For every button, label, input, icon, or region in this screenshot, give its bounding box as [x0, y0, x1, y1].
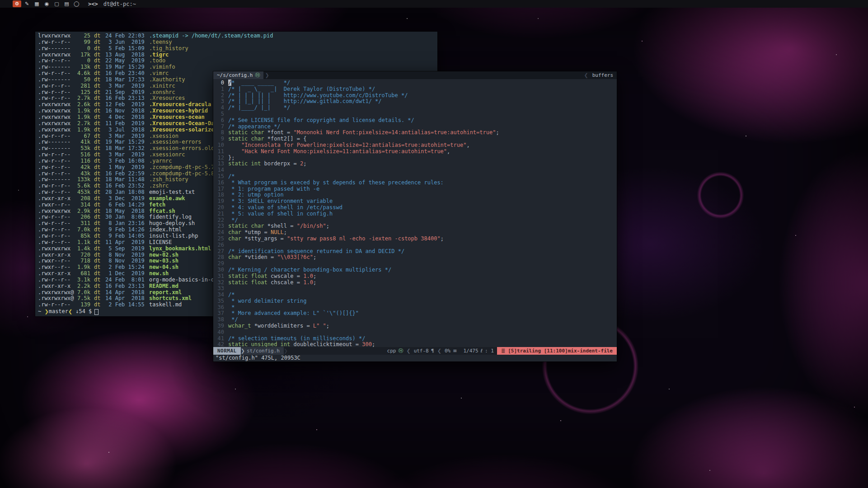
code-line[interactable]: 23 static char *shell = "/bin/sh"; [213, 223, 617, 230]
code-line[interactable]: 28 char *vtiden = "\\033[?6c"; [213, 254, 617, 261]
file-name: .zcompdump-dt-pc-5.7.1 [149, 164, 221, 171]
code-line[interactable]: 42 static unsigned int doubleclicktimeou… [213, 342, 617, 347]
code-line[interactable]: 25 char *stty_args = "stty raw pass8 nl … [213, 236, 617, 242]
code-line[interactable]: 1 /* | _ \_ _| Derek Taylor (DistroTube)… [213, 86, 617, 93]
monitor-icon[interactable]: ▢ [52, 0, 61, 7]
code-line[interactable]: 16 * What program is execed by st depend… [213, 180, 617, 186]
line-number: 11 [213, 149, 228, 155]
file-size: 5.6k [75, 183, 90, 189]
code-line[interactable]: 41 /* selection timeouts (in millisecond… [213, 336, 617, 342]
code-line[interactable]: 14 [213, 167, 617, 174]
line-content: /* ____ _____ */ [228, 80, 290, 86]
file-name: .steampid -> /home/dt/.steam/steam.pid [149, 33, 273, 39]
code-line[interactable]: 21 * 5: value of shell in config.h [213, 211, 617, 217]
file-owner: dt [94, 239, 101, 246]
file-size: 281 [75, 83, 90, 89]
file-date: 3 Mar 2019 [105, 152, 145, 158]
file-size: 718 [75, 258, 90, 264]
code-line[interactable]: 29 [213, 261, 617, 267]
code-line[interactable]: 32 static float chscale = 1.0; [213, 280, 617, 286]
line-number: 29 [213, 261, 228, 267]
code-line[interactable]: 6 /* See LICENSE file for copyright and … [213, 117, 617, 124]
buffers-toggle[interactable]: ❮ buffers [582, 72, 617, 78]
code-line[interactable]: 4 /* |____/ |_| */ [213, 105, 617, 111]
line-content: /* | | | || | http://www.youtube.com/c/D… [228, 93, 408, 99]
file-size: 1.9k [75, 264, 90, 271]
code-line[interactable]: 38 */ [213, 317, 617, 323]
code-line[interactable]: 40 [213, 329, 617, 336]
buffer-tab[interactable]: ~/s/config.h Ⓗ [213, 71, 263, 79]
file-name: new-02.sh [149, 252, 178, 258]
code-line[interactable]: 39 wchar_t *worddelimiters = L" "; [213, 323, 617, 329]
code-line[interactable]: 15 /* [213, 174, 617, 180]
file-size: 25 [75, 33, 90, 39]
file-date: 2 Feb 15:24 [105, 264, 145, 271]
line-number: 9 [213, 136, 228, 142]
code-line[interactable]: 10 "Inconsolata for Powerline:pixelsize=… [213, 142, 617, 149]
code-line[interactable]: 17 * 1: program passed with -e [213, 186, 617, 192]
line-number: 24 [213, 230, 228, 236]
circle-icon[interactable]: ◯ [72, 0, 81, 7]
code-line[interactable]: 3 /* | |_| || | http://www.gitlab.com/dw… [213, 99, 617, 105]
file-name: .Xresources-hybrid [149, 108, 208, 114]
code-line[interactable]: 12 }; [213, 155, 617, 161]
mode-indicator: NORMAL [213, 347, 241, 355]
code-line[interactable]: 9 static char *font2[] = { [213, 136, 617, 142]
file-name: shortcuts.xml [149, 296, 192, 302]
file-size: 681 [75, 271, 90, 277]
line-number: 27 [213, 249, 228, 255]
file-permissions: .rw-r--r-- [38, 227, 75, 233]
code-line[interactable]: 7 /* appearance */ [213, 124, 617, 130]
code-line[interactable]: 18 * 2: utmp option [213, 192, 617, 198]
code-line[interactable]: 24 char *utmp = NULL; [213, 230, 617, 236]
code-line[interactable]: 13 static int borderpx = 2; [213, 161, 617, 167]
code-line[interactable]: 27 /* identification sequence returned i… [213, 249, 617, 255]
code-line[interactable]: 37 * More advanced example: L" `'\"()[]{… [213, 310, 617, 317]
code-line[interactable]: 26 [213, 242, 617, 249]
line-content: * [228, 305, 235, 311]
code-line[interactable]: 31 static float cwscale = 1.0; [213, 273, 617, 280]
line-number: 26 [213, 242, 228, 249]
image-icon[interactable]: ▦ [33, 0, 41, 7]
fish-shell-glyph: ><> [88, 1, 98, 7]
code-area[interactable]: 0 /* ____ _____ */ 1 /* | _ \_ _| Derek … [213, 79, 617, 347]
encoding-label: utf-8 [414, 348, 429, 354]
pencil-icon[interactable]: ✎ [23, 0, 31, 7]
code-line[interactable]: 5 [213, 111, 617, 117]
file-owner: dt [94, 183, 101, 189]
code-line[interactable]: 34 /* [213, 292, 617, 298]
code-line[interactable]: 35 * word delimiter string [213, 298, 617, 305]
camera-icon[interactable]: ◉ [42, 0, 51, 7]
file-name: new-04.sh [149, 264, 178, 271]
code-line[interactable]: 33 [213, 286, 617, 292]
file-owner: dt [94, 233, 101, 239]
gear-icon[interactable]: ⚙ [13, 0, 21, 7]
file-date: 5 Sep 2019 [105, 246, 145, 252]
line-content: static float chscale = 1.0; [228, 280, 316, 286]
file-size: 1.4k [75, 246, 90, 252]
code-line[interactable]: 36 * [213, 305, 617, 311]
line-content: /* [228, 292, 235, 298]
file-name: index.html [149, 227, 182, 233]
file-size: 7.0k [75, 290, 90, 296]
file-name: emoji-test.txt [149, 189, 195, 196]
code-line[interactable]: 8 static char *font = "Mononoki Nerd Fon… [213, 130, 617, 136]
code-line[interactable]: 20 * 4: value of shell in /etc/passwd [213, 205, 617, 211]
editor-window[interactable]: ~/s/config.h Ⓗ ❯ ❮ buffers 0 /* ____ ___… [213, 71, 617, 361]
code-line[interactable]: 2 /* | | | || | http://www.youtube.com/c… [213, 93, 617, 99]
line-number: 7 [213, 124, 228, 130]
file-size: 2.2k [75, 283, 90, 290]
file-name: README.md [149, 283, 178, 290]
line-number: 13 [213, 161, 228, 167]
code-line[interactable]: 0 /* ____ _____ */ [213, 80, 617, 86]
lines-icon: ≡ [453, 348, 457, 354]
file-size: 0 [75, 58, 90, 64]
code-line[interactable]: 30 /* Kerning / character bounding-box m… [213, 267, 617, 273]
workspace-icons: ⚙✎▦◉▢▤◯ [13, 0, 81, 7]
line-content: char *utmp = NULL; [228, 230, 287, 236]
file-permissions: .rwxrwxrwx@ [38, 296, 75, 302]
code-line[interactable]: 11 "Hack Nerd Font Mono:pixelsize=11:ant… [213, 149, 617, 155]
folder-icon[interactable]: ▤ [62, 0, 71, 7]
code-line[interactable]: 19 * 3: SHELL environment variable [213, 198, 617, 205]
code-line[interactable]: 22 */ [213, 217, 617, 224]
